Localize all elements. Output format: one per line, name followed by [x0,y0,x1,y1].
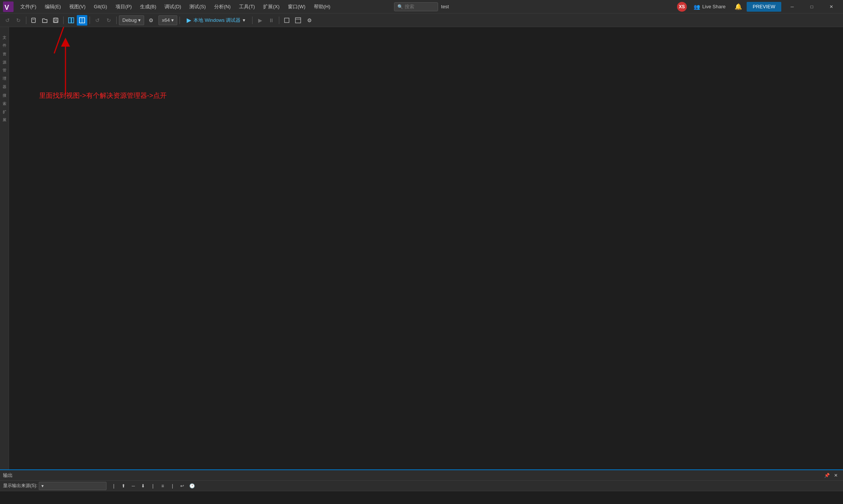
activity-item-3[interactable]: 源 [1,53,8,61]
output-panel-toolbar: 📌 ✕ [823,471,840,480]
activity-item-2[interactable]: 资 [1,45,8,53]
debug-config-label: Debug [122,17,137,23]
menu-test[interactable]: 测试(S) [186,2,209,12]
output-tool-3[interactable]: ─ [129,482,137,490]
activity-item-4[interactable]: 管 [1,62,8,69]
toolbar-extra-3[interactable]: ⚙ [304,15,315,26]
svg-rect-7 [68,18,71,23]
svg-rect-6 [54,21,57,22]
activity-item-5[interactable]: 理 [1,70,8,77]
preview-button[interactable]: PREVIEW [747,2,781,12]
step-continue[interactable]: ▶ [255,15,265,26]
menu-help[interactable]: 帮助(H) [310,2,334,12]
svg-text:V: V [5,4,9,11]
activity-item-9[interactable]: 扩 [1,103,8,111]
live-share-button[interactable]: 👥 Live Share [689,2,730,11]
output-tool-7[interactable]: | [168,482,177,490]
activity-item-6[interactable]: 器 [1,78,8,86]
vs-logo-icon: V [3,2,14,12]
svg-rect-12 [295,18,301,23]
close-button[interactable]: ✕ [823,0,840,14]
undo-btn-2[interactable]: ↺ [92,15,103,26]
toolbar-extra-2[interactable] [293,15,303,26]
undo-button[interactable]: ↺ [2,15,13,26]
activity-item-7[interactable]: 搜 [1,87,8,94]
output-tool-2[interactable]: ⬆ [119,482,128,490]
output-panel-title: 输出 [3,472,13,479]
activity-item-0[interactable]: 文 [1,29,8,36]
redo-button[interactable]: ↻ [13,15,24,26]
output-close-button[interactable]: ✕ [832,471,840,480]
redo-btn-2[interactable]: ↻ [103,15,114,26]
output-tool-6[interactable]: ≡ [158,482,167,490]
menu-extensions[interactable]: 扩展(X) [259,2,283,12]
annotation-text: 里面找到视图->有个解决资源管理器->点开 [39,91,167,100]
play-icon: ▶ [187,17,191,24]
live-share-label: Live Share [702,4,726,9]
debug-config-settings[interactable]: ⚙ [146,15,156,26]
output-source-bar: 显示输出来源(S): ▾ | ⬆ ─ ⬇ | ≡ | ↩ 🕐 [0,481,843,491]
title-bar: V 文件(F) 编辑(E) 视图(V) Git(G) 项目(P) 生成(B) 调… [0,0,843,14]
run-dropdown-arrow: ▾ [243,17,245,23]
source-label: 显示输出来源(S): [3,483,37,489]
platform-dropdown[interactable]: x64 ▾ [158,15,177,25]
menu-git[interactable]: Git(G) [90,2,111,11]
user-avatar[interactable]: XS [677,2,687,12]
editor-area: 里面找到视图->有个解决资源管理器->点开 [9,27,843,469]
title-center: 🔍 test [394,2,449,11]
toolbar-extra-1[interactable] [282,15,292,26]
menu-file[interactable]: 文件(F) [17,2,40,12]
layout-btn-2[interactable] [77,15,87,26]
output-tool-5[interactable]: | [149,482,157,490]
activity-item-1[interactable]: 件 [1,37,8,44]
notification-icon[interactable]: 🔔 [732,3,744,10]
toolbar-sep-7 [279,17,279,24]
platform-arrow: ▾ [171,17,174,23]
output-tool-1[interactable]: | [110,482,118,490]
menu-view[interactable]: 视图(V) [65,2,89,12]
run-button[interactable]: ▶ 本地 Windows 调试器 ▾ [182,15,250,26]
output-pin-button[interactable]: 📌 [823,471,831,480]
open-button[interactable] [40,15,50,26]
menu-bar: 文件(F) 编辑(E) 视图(V) Git(G) 项目(P) 生成(B) 调试(… [17,2,677,12]
output-panel: 输出 📌 ✕ 显示输出来源(S): ▾ | ⬆ ─ ⬇ | ≡ | ↩ 🕐 [0,469,843,504]
step-pause[interactable]: ⏸ [266,15,277,26]
debug-config-arrow: ▾ [138,17,141,23]
search-box[interactable]: 🔍 [394,2,438,11]
output-tool-clock[interactable]: 🕐 [188,482,196,490]
live-share-icon: 👥 [694,4,700,10]
svg-rect-8 [72,18,74,23]
minimize-button[interactable]: ─ [784,0,801,14]
toolbar-sep-3 [90,17,90,24]
activity-item-10[interactable]: 展 [1,111,8,119]
output-content [0,491,843,504]
svg-rect-2 [32,18,35,23]
debug-config-dropdown[interactable]: Debug ▾ [119,15,144,25]
menu-debug[interactable]: 调试(D) [161,2,185,12]
search-input[interactable] [405,4,435,9]
svg-line-17 [54,27,73,53]
new-solution-button[interactable] [29,15,39,26]
save-button[interactable] [50,15,61,26]
restore-button[interactable]: □ [803,0,820,14]
output-panel-header: 输出 📌 ✕ [0,470,843,481]
main-layout: 文 件 资 源 管 理 器 搜 索 扩 展 [0,27,843,469]
activity-item-8[interactable]: 索 [1,95,8,102]
platform-label: x64 [162,17,170,23]
toolbar-sep-4 [116,17,117,24]
menu-build[interactable]: 生成(B) [136,2,160,12]
output-tool-wrap[interactable]: ↩ [178,482,186,490]
menu-project[interactable]: 项目(P) [112,2,135,12]
source-dropdown-arrow: ▾ [41,483,44,489]
menu-edit[interactable]: 编辑(E) [41,2,65,12]
menu-analyze[interactable]: 分析(N) [210,2,234,12]
source-dropdown[interactable]: ▾ [39,482,107,490]
menu-window[interactable]: 窗口(W) [284,2,309,12]
output-tool-4[interactable]: ⬇ [139,482,147,490]
layout-btn-1[interactable] [66,15,76,26]
toolbar-sep-2 [63,17,64,24]
svg-rect-11 [285,18,289,23]
run-label: 本地 Windows 调试器 [193,17,240,24]
toolbar-sep-6 [252,17,253,24]
menu-tools[interactable]: 工具(T) [235,2,259,12]
